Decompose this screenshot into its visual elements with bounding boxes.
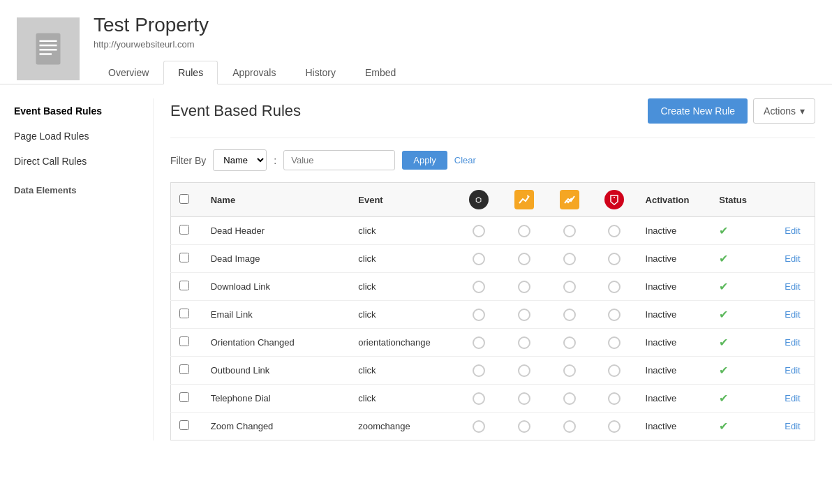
row-activation: Inactive (637, 385, 711, 413)
filter-select[interactable]: Name Event (213, 149, 267, 171)
tab-overview[interactable]: Overview (94, 61, 163, 84)
row-checkbox-cell[interactable] (171, 413, 202, 440)
row-checkbox-cell[interactable] (171, 357, 202, 385)
svg-text:⬡: ⬡ (475, 196, 482, 204)
row-status: ✔ (711, 329, 776, 357)
status-check-icon: ✔ (719, 253, 728, 265)
create-new-rule-button[interactable]: Create New Rule (648, 98, 748, 124)
row-edit-cell[interactable]: Edit (776, 245, 815, 273)
status-check-icon: ✔ (719, 309, 728, 320)
content-area: Event Based Rules Create New Rule Action… (154, 98, 832, 440)
apply-button[interactable]: Apply (402, 151, 447, 170)
select-all-checkbox[interactable] (179, 194, 189, 204)
rules-table: Name Event ⬡ (170, 182, 815, 440)
status-check-icon: ✔ (719, 392, 728, 404)
row-icon-3 (547, 273, 592, 301)
row-name: Orientation Changed (202, 329, 350, 357)
row-activation: Inactive (637, 245, 711, 273)
row-icon-2 (502, 385, 547, 413)
actions-label: Actions (764, 105, 796, 117)
svg-marker-7 (611, 195, 618, 205)
tab-approvals[interactable]: Approvals (218, 61, 290, 84)
divider (170, 138, 815, 138)
clear-button[interactable]: Clear (454, 155, 476, 165)
row-checkbox[interactable] (179, 309, 189, 318)
row-edit-cell[interactable]: Edit (776, 301, 815, 329)
edit-link[interactable]: Edit (785, 253, 800, 264)
row-edit-cell[interactable]: Edit (776, 413, 815, 440)
edit-link[interactable]: Edit (785, 393, 800, 403)
adobe-header-icon: ⬡ (469, 190, 489, 209)
row-icon-1 (456, 357, 502, 385)
table-row: Telephone Dial click Inactive ✔ Edit (171, 385, 815, 413)
row-icon-2 (502, 329, 547, 357)
row-edit-cell[interactable]: Edit (776, 217, 815, 245)
row-checkbox[interactable] (179, 420, 189, 430)
sidebar-item-direct-call-rules[interactable]: Direct Call Rules (14, 149, 139, 174)
row-checkbox[interactable] (179, 392, 189, 402)
status-check-icon: ✔ (719, 281, 728, 292)
edit-link[interactable]: Edit (785, 421, 800, 431)
th-select-all[interactable] (171, 183, 202, 217)
edit-link[interactable]: Edit (785, 281, 800, 292)
filter-bar: Filter By Name Event : Apply Clear (170, 149, 815, 171)
sidebar-item-page-load-rules[interactable]: Page Load Rules (14, 124, 139, 149)
filter-input[interactable] (283, 150, 395, 170)
row-checkbox-cell[interactable] (171, 385, 202, 413)
edit-link[interactable]: Edit (785, 225, 800, 236)
svg-rect-2 (40, 45, 57, 47)
row-edit-cell[interactable]: Edit (776, 357, 815, 385)
row-edit-cell[interactable]: Edit (776, 329, 815, 357)
row-icon-4 (592, 385, 637, 413)
row-checkbox[interactable] (179, 336, 189, 346)
row-checkbox[interactable] (179, 281, 189, 290)
row-status: ✔ (711, 273, 776, 301)
row-checkbox-cell[interactable] (171, 245, 202, 273)
row-event: click (350, 301, 456, 329)
tab-embed[interactable]: Embed (350, 61, 410, 84)
row-edit-cell[interactable]: Edit (776, 385, 815, 413)
row-icon-2 (502, 357, 547, 385)
sidebar-group-data-elements[interactable]: Data Elements (14, 174, 139, 200)
row-checkbox-cell[interactable] (171, 217, 202, 245)
row-icon-1 (456, 301, 502, 329)
row-icon-3 (547, 301, 592, 329)
row-icon-2 (502, 245, 547, 273)
edit-link[interactable]: Edit (785, 337, 800, 348)
table-header-row: Name Event ⬡ (171, 183, 815, 217)
row-icon-2 (502, 301, 547, 329)
th-event: Event (350, 183, 456, 217)
row-icon-4 (592, 245, 637, 273)
document-icon (31, 31, 66, 66)
row-checkbox-cell[interactable] (171, 329, 202, 357)
table-row: Dead Image click Inactive ✔ Edit (171, 245, 815, 273)
actions-button[interactable]: Actions ▾ (753, 98, 815, 124)
row-activation: Inactive (637, 273, 711, 301)
header-actions: Create New Rule Actions ▾ (648, 98, 815, 124)
row-checkbox[interactable] (179, 253, 189, 262)
row-event: click (350, 273, 456, 301)
row-name: Zoom Changed (202, 413, 350, 440)
row-name: Dead Image (202, 245, 350, 273)
tab-history[interactable]: History (290, 61, 350, 84)
red-tag-icon (604, 190, 624, 209)
header-section: Test Property http://yourwebsiteurl.com … (0, 0, 832, 84)
orange-trend-check-icon (560, 190, 579, 209)
row-icon-4 (592, 273, 637, 301)
svg-rect-1 (40, 40, 57, 43)
edit-link[interactable]: Edit (785, 365, 800, 376)
row-checkbox-cell[interactable] (171, 273, 202, 301)
th-adobe-icon: ⬡ (456, 183, 502, 217)
row-icon-1 (456, 413, 502, 440)
row-event: orientationchange (350, 329, 456, 357)
sidebar-item-event-based-rules[interactable]: Event Based Rules (14, 98, 139, 124)
row-event: click (350, 245, 456, 273)
row-icon-3 (547, 245, 592, 273)
row-edit-cell[interactable]: Edit (776, 273, 815, 301)
table-row: Email Link click Inactive ✔ Edit (171, 301, 815, 329)
row-checkbox-cell[interactable] (171, 301, 202, 329)
row-checkbox[interactable] (179, 225, 189, 235)
tab-rules[interactable]: Rules (163, 61, 218, 84)
edit-link[interactable]: Edit (785, 309, 800, 320)
row-checkbox[interactable] (179, 364, 189, 374)
